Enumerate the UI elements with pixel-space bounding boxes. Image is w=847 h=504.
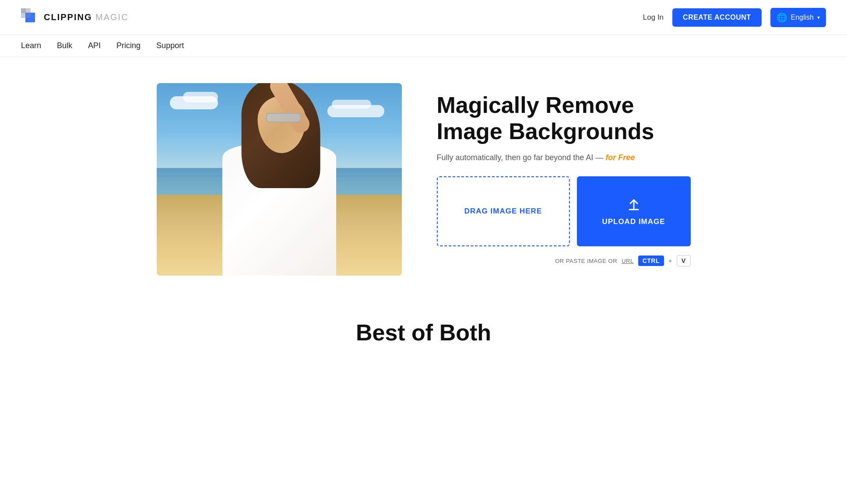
hero-title: Magically Remove Image Backgrounds <box>437 92 691 145</box>
upload-icon <box>626 196 642 212</box>
nav-item-bulk[interactable]: Bulk <box>57 41 72 50</box>
logo-text: CLIPPING MAGIC <box>44 12 129 22</box>
person-sunglasses <box>266 113 301 122</box>
drag-zone-label: DRAG IMAGE HERE <box>464 207 542 216</box>
plus-sign: + <box>668 257 672 264</box>
hero-subtitle: Fully automatically, then go far beyond … <box>437 153 691 162</box>
header-actions: Log In CREATE ACCOUNT 🌐 English ▾ <box>643 8 826 27</box>
v-key-badge: V <box>677 255 691 266</box>
cloud-2 <box>183 92 218 102</box>
upload-image-button[interactable]: UPLOAD IMAGE <box>577 176 691 246</box>
bottom-title: Best of Both <box>21 319 826 346</box>
upload-area: DRAG IMAGE HERE UPLOAD IMAGE <box>437 176 691 246</box>
cloud-4 <box>332 100 371 108</box>
globe-icon: 🌐 <box>777 12 787 23</box>
nav-item-pricing[interactable]: Pricing <box>116 41 141 50</box>
svg-rect-2 <box>21 8 26 13</box>
nav-item-learn[interactable]: Learn <box>21 41 41 50</box>
subtitle-free: for Free <box>605 153 635 162</box>
nav-item-api[interactable]: API <box>88 41 101 50</box>
bottom-section: Best of Both <box>0 302 847 363</box>
nav-item-support[interactable]: Support <box>156 41 184 50</box>
chevron-down-icon: ▾ <box>817 14 820 21</box>
hero-content: Magically Remove Image Backgrounds Fully… <box>437 92 691 267</box>
logo[interactable]: CLIPPING MAGIC <box>21 8 129 27</box>
logo-icon <box>21 8 39 27</box>
hero-section: Magically Remove Image Backgrounds Fully… <box>117 57 730 302</box>
language-label: English <box>791 14 814 21</box>
ctrl-key-badge: CTRL <box>638 256 664 266</box>
drag-drop-zone[interactable]: DRAG IMAGE HERE <box>437 176 570 246</box>
paste-url-link[interactable]: URL <box>622 258 634 264</box>
hero-photo <box>157 83 402 276</box>
header: CLIPPING MAGIC Log In CREATE ACCOUNT 🌐 E… <box>0 0 847 35</box>
create-account-button[interactable]: CREATE ACCOUNT <box>672 8 761 27</box>
language-selector[interactable]: 🌐 English ▾ <box>770 8 826 27</box>
upload-button-label: UPLOAD IMAGE <box>602 217 665 226</box>
svg-rect-3 <box>26 13 31 18</box>
hero-image <box>157 83 402 276</box>
main-nav: Learn Bulk API Pricing Support <box>0 35 847 57</box>
paste-area: OR PASTE IMAGE OR URL CTRL + V <box>437 255 691 266</box>
paste-pre-text: OR PASTE IMAGE OR <box>555 258 617 264</box>
subtitle-pre: Fully automatically, then go far beyond … <box>437 153 606 162</box>
login-link[interactable]: Log In <box>643 13 664 22</box>
